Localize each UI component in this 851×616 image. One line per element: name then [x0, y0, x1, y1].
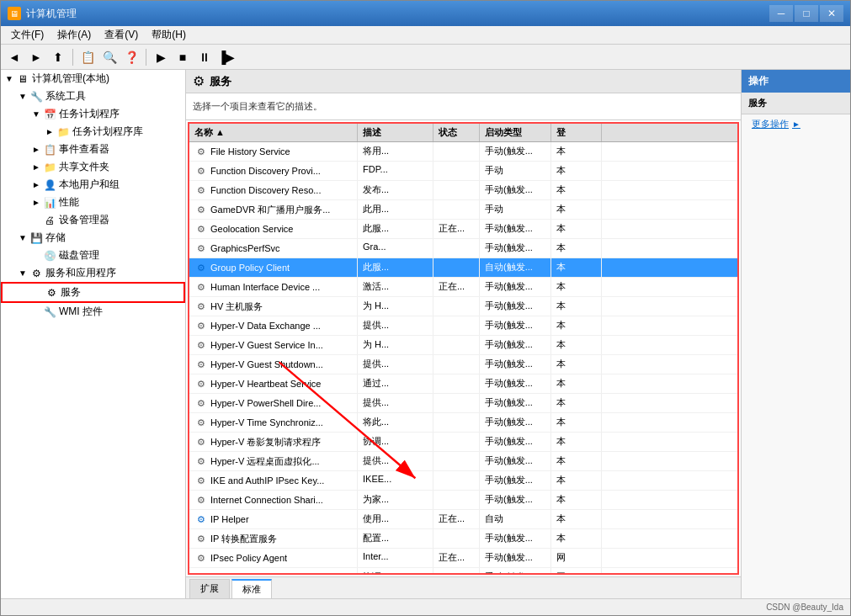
close-button[interactable]: ✕ [820, 5, 843, 22]
service-desc: 使用... [358, 510, 433, 528]
tree-item-wmi[interactable]: 🔧 WMI 控件 [1, 303, 185, 321]
tree-item-taskscheduler[interactable]: ▼ 📅 任务计划程序 [1, 105, 185, 123]
forward-button[interactable]: ► [26, 47, 46, 67]
service-status [433, 297, 480, 316]
table-row[interactable]: ⚙ File History Service 将用... 手动(触发... 本 [189, 142, 737, 162]
back-button[interactable]: ◄ [4, 47, 24, 67]
tree-item-localusers[interactable]: ► 👤 本地用户和组 [1, 176, 185, 194]
table-row[interactable]: ⚙ IKE and AuthIP IPsec Key... IKEE... 手动… [189, 471, 737, 491]
table-row[interactable]: ⚙ Internet Connection Shari... 为家... 手动(… [189, 491, 737, 510]
service-name-cell: ⚙ Hyper-V Guest Shutdown... [189, 355, 358, 374]
table-body: ⚙ File History Service 将用... 手动(触发... 本 … [189, 142, 737, 573]
table-row[interactable]: ⚙ Hyper-V Time Synchroniz... 将此... 手动(触发… [189, 413, 737, 433]
menu-action[interactable]: 操作(A) [51, 26, 98, 44]
table-row[interactable]: ⚙ Geolocation Service 此服... 正在... 手动(触发.… [189, 220, 737, 239]
service-icon: ⚙ [194, 145, 208, 158]
table-row[interactable]: ⚙ Human Interface Device ... 激活... 正在...… [189, 278, 737, 297]
step-button[interactable]: ▐▶ [216, 47, 237, 67]
service-desc: 为 H... [358, 297, 433, 316]
table-row[interactable]: ⚙ Hyper-V 卷影复制请求程序 协调... 手动(触发... 本 [189, 433, 737, 452]
service-desc: 配置... [358, 529, 433, 548]
service-login: 本 [551, 162, 602, 180]
up-button[interactable]: ⬆ [48, 47, 68, 67]
table-row[interactable]: ⚙ IP Helper 使用... 正在... 自动 本 [189, 510, 737, 529]
tree-label: 任务计划程序 [59, 107, 120, 121]
pause-button[interactable]: ⏸ [194, 47, 215, 67]
service-login: 本 [551, 142, 602, 161]
col-header-desc[interactable]: 描述 [358, 124, 433, 141]
tree-item-sharedfolder[interactable]: ► 📁 共享文件夹 [1, 158, 185, 176]
table-row[interactable]: ⚙ GraphicsPerfSvc Gra... 手动(触发... 本 [189, 239, 737, 258]
bottom-right-text: CSDN @Beauty_Ida [766, 603, 843, 612]
maximize-button[interactable]: □ [795, 5, 818, 22]
tree-item-storage[interactable]: ▼ 💾 存储 [1, 229, 185, 247]
title-bar-controls: ─ □ ✕ [769, 5, 843, 22]
service-status [433, 142, 480, 161]
col-header-name[interactable]: 名称 ▲ [189, 124, 358, 141]
service-icon: ⚙ [194, 512, 208, 526]
service-icon: ⚙ [194, 222, 208, 236]
tree-item-computer[interactable]: ▼ 🖥 计算机管理(本地) [1, 70, 185, 88]
tree-item-eventviewer[interactable]: ► 📋 事件查看器 [1, 141, 185, 158]
menu-view[interactable]: 查看(V) [98, 26, 145, 44]
description-text: 选择一个项目来查看它的描述。 [193, 101, 322, 111]
tree-label: 性能 [59, 195, 79, 210]
service-icon: ⚙ [194, 338, 208, 352]
table-row[interactable]: ⚙ Function Discovery Reso... 发布... 手动(触发… [189, 181, 737, 200]
col-header-status[interactable]: 状态 [433, 124, 480, 141]
services-icon: ⚙ [45, 286, 58, 300]
action-more-operations[interactable]: 更多操作 ► [742, 114, 850, 134]
service-status [433, 568, 480, 573]
table-row[interactable]: ⚙ Hyper-V Guest Service In... 为 H... 手动(… [189, 336, 737, 355]
service-startup: 手动(触发... [480, 239, 551, 258]
table-row[interactable]: ⚙ GameDVR 和广播用户服务... 此用... 手动 本 [189, 200, 737, 220]
table-row[interactable]: ⚙ Hyper-V Guest Shutdown... 提供... 手动(触发.… [189, 355, 737, 374]
service-startup: 手动(触发... [480, 452, 551, 470]
table-row[interactable]: ⚙ IPsec Policy Agent Inter... 正在... 手动(触… [189, 549, 737, 568]
tree-item-sysutil[interactable]: ▼ 🔧 系统工具 [1, 88, 185, 105]
tree-item-performance[interactable]: ► 📊 性能 [1, 194, 185, 211]
tab-expand[interactable]: 扩展 [189, 579, 230, 598]
search-button[interactable]: 🔍 [99, 47, 120, 67]
table-row[interactable]: ⚙ Function Discovery Provi... FDP... 手动 … [189, 162, 737, 181]
tree-item-diskmgmt[interactable]: 💿 磁盘管理 [1, 247, 185, 264]
table-row[interactable]: ⚙ HV 主机服务 为 H... 手动(触发... 本 [189, 297, 737, 316]
service-name-cell: ⚙ Hyper-V 远程桌面虚拟化... [189, 452, 358, 470]
col-header-login[interactable]: 登 [551, 124, 602, 141]
service-desc: 通过... [358, 374, 433, 393]
service-startup: 手动(触发... [480, 355, 551, 374]
col-header-startup[interactable]: 启动类型 [480, 124, 551, 141]
table-row[interactable]: ⚙ Group Policy Client 此服... 自动(触发... 本 [189, 258, 737, 278]
stop-button[interactable]: ■ [173, 47, 193, 67]
tree-item-svcapps[interactable]: ▼ ⚙ 服务和应用程序 [1, 264, 185, 282]
table-row[interactable]: ⚙ Hyper-V Data Exchange ... 提供... 手动(触发.… [189, 316, 737, 336]
copy-button[interactable]: 📋 [77, 47, 98, 67]
expand-arrow: ▼ [16, 92, 29, 101]
tree-item-tasklib[interactable]: ► 📁 任务计划程序库 [1, 123, 185, 141]
sysutil-icon: 🔧 [29, 90, 43, 104]
play-button[interactable]: ▶ [151, 47, 171, 67]
minimize-button[interactable]: ─ [769, 5, 793, 22]
table-header: 名称 ▲ 描述 状态 启动类型 登 [189, 124, 737, 142]
menu-file[interactable]: 文件(F) [4, 26, 51, 44]
table-row[interactable]: ⚙ Hyper-V PowerShell Dire... 提供... 手动(触发… [189, 394, 737, 413]
service-login: 本 [551, 374, 602, 393]
menu-help[interactable]: 帮助(H) [145, 26, 193, 44]
service-login: 本 [551, 355, 602, 374]
tree-label: WMI 控件 [59, 305, 103, 319]
table-row[interactable]: ⚙ Hyper-V Heartbeat Service 通过... 手动(触发.… [189, 374, 737, 394]
service-login: 本 [551, 413, 602, 432]
table-row[interactable]: ⚙ Hyper-V 远程桌面虚拟化... 提供... 手动(触发... 本 [189, 452, 737, 471]
service-desc: 此用... [358, 200, 433, 219]
help-button[interactable]: ❓ [121, 47, 141, 67]
tree-item-devicemgr[interactable]: 🖨 设备管理器 [1, 211, 185, 229]
wmi-icon: 🔧 [43, 305, 56, 319]
tab-standard[interactable]: 标准 [231, 579, 272, 598]
service-status: 正在... [433, 278, 480, 296]
tree-item-services[interactable]: ⚙ 服务 [1, 282, 185, 303]
table-row[interactable]: ⚙ KtmRm for Distributed Tr... 协调... 手动(触… [189, 568, 737, 573]
table-row[interactable]: ⚙ IP 转换配置服务 配置... 手动(触发... 本 [189, 529, 737, 549]
service-desc: 将用... [358, 142, 433, 161]
service-startup: 自动 [480, 510, 551, 528]
service-startup: 手动(触发... [480, 142, 551, 161]
